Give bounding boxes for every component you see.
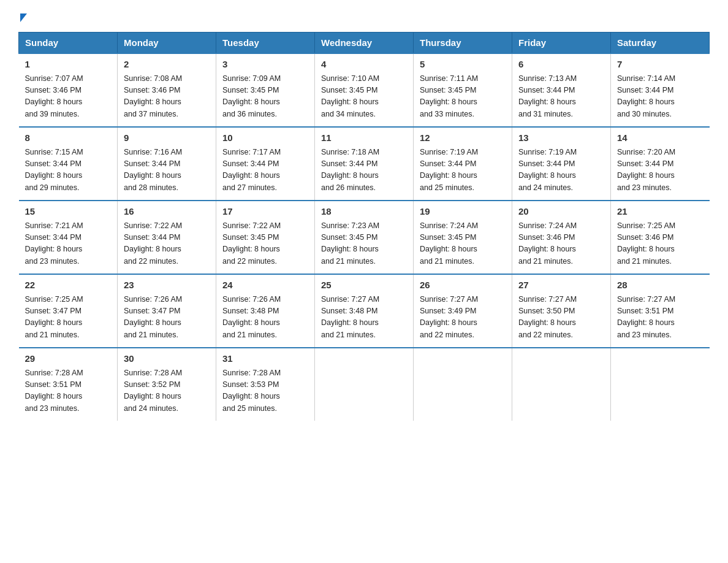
day-info: Sunrise: 7:23 AM Sunset: 3:45 PM Dayligh…	[321, 220, 407, 268]
day-number: 21	[617, 205, 703, 219]
day-number: 11	[321, 131, 407, 145]
table-row: 27 Sunrise: 7:27 AM Sunset: 3:50 PM Dayl…	[512, 274, 611, 348]
day-number: 22	[25, 278, 112, 293]
day-number: 18	[321, 205, 407, 219]
day-number: 23	[124, 278, 210, 293]
day-number: 1	[25, 58, 112, 72]
day-number: 10	[222, 131, 308, 145]
calendar-week-row: 29 Sunrise: 7:28 AM Sunset: 3:51 PM Dayl…	[19, 348, 710, 421]
day-number: 27	[518, 278, 604, 293]
table-row: 14 Sunrise: 7:20 AM Sunset: 3:44 PM Dayl…	[611, 127, 710, 201]
day-info: Sunrise: 7:11 AM Sunset: 3:45 PM Dayligh…	[420, 73, 506, 121]
table-row: 6 Sunrise: 7:13 AM Sunset: 3:44 PM Dayli…	[512, 53, 611, 127]
header-tuesday: Tuesday	[216, 33, 315, 54]
header-thursday: Thursday	[414, 33, 512, 54]
header-monday: Monday	[118, 33, 216, 54]
table-row: 16 Sunrise: 7:22 AM Sunset: 3:44 PM Dayl…	[118, 201, 216, 274]
table-row	[315, 348, 414, 421]
day-info: Sunrise: 7:15 AM Sunset: 3:44 PM Dayligh…	[25, 147, 112, 194]
page-header	[18, 12, 710, 21]
day-number: 29	[25, 352, 112, 366]
table-row: 26 Sunrise: 7:27 AM Sunset: 3:49 PM Dayl…	[414, 274, 512, 348]
day-number: 30	[124, 352, 210, 366]
header-sunday: Sunday	[19, 33, 118, 54]
day-info: Sunrise: 7:21 AM Sunset: 3:44 PM Dayligh…	[25, 220, 112, 268]
day-number: 4	[321, 58, 407, 72]
table-row	[611, 348, 710, 421]
table-row: 24 Sunrise: 7:26 AM Sunset: 3:48 PM Dayl…	[216, 274, 315, 348]
day-number: 3	[222, 58, 308, 72]
day-number: 7	[617, 58, 703, 72]
day-info: Sunrise: 7:13 AM Sunset: 3:44 PM Dayligh…	[518, 73, 604, 121]
day-number: 28	[617, 278, 703, 293]
day-info: Sunrise: 7:27 AM Sunset: 3:51 PM Dayligh…	[617, 294, 703, 342]
table-row: 18 Sunrise: 7:23 AM Sunset: 3:45 PM Dayl…	[315, 201, 414, 274]
day-info: Sunrise: 7:24 AM Sunset: 3:46 PM Dayligh…	[518, 220, 604, 268]
table-row: 12 Sunrise: 7:19 AM Sunset: 3:44 PM Dayl…	[414, 127, 512, 201]
day-info: Sunrise: 7:17 AM Sunset: 3:44 PM Dayligh…	[222, 147, 308, 194]
day-info: Sunrise: 7:28 AM Sunset: 3:52 PM Dayligh…	[124, 367, 210, 415]
day-info: Sunrise: 7:14 AM Sunset: 3:44 PM Dayligh…	[617, 73, 703, 121]
day-info: Sunrise: 7:28 AM Sunset: 3:53 PM Dayligh…	[222, 367, 308, 415]
day-number: 8	[25, 131, 112, 145]
day-info: Sunrise: 7:08 AM Sunset: 3:46 PM Dayligh…	[124, 73, 210, 121]
day-number: 24	[222, 278, 308, 293]
day-info: Sunrise: 7:20 AM Sunset: 3:44 PM Dayligh…	[617, 147, 703, 194]
table-row: 30 Sunrise: 7:28 AM Sunset: 3:52 PM Dayl…	[118, 348, 216, 421]
day-info: Sunrise: 7:18 AM Sunset: 3:44 PM Dayligh…	[321, 147, 407, 194]
calendar-week-row: 1 Sunrise: 7:07 AM Sunset: 3:46 PM Dayli…	[19, 53, 710, 127]
table-row: 3 Sunrise: 7:09 AM Sunset: 3:45 PM Dayli…	[216, 53, 315, 127]
table-row: 2 Sunrise: 7:08 AM Sunset: 3:46 PM Dayli…	[118, 53, 216, 127]
day-info: Sunrise: 7:07 AM Sunset: 3:46 PM Dayligh…	[25, 73, 112, 121]
calendar-week-row: 15 Sunrise: 7:21 AM Sunset: 3:44 PM Dayl…	[19, 201, 710, 274]
calendar-week-row: 8 Sunrise: 7:15 AM Sunset: 3:44 PM Dayli…	[19, 127, 710, 201]
table-row: 1 Sunrise: 7:07 AM Sunset: 3:46 PM Dayli…	[19, 53, 118, 127]
table-row: 21 Sunrise: 7:25 AM Sunset: 3:46 PM Dayl…	[611, 201, 710, 274]
table-row: 20 Sunrise: 7:24 AM Sunset: 3:46 PM Dayl…	[512, 201, 611, 274]
day-number: 25	[321, 278, 407, 293]
day-info: Sunrise: 7:22 AM Sunset: 3:45 PM Dayligh…	[222, 220, 308, 268]
day-info: Sunrise: 7:27 AM Sunset: 3:48 PM Dayligh…	[321, 294, 407, 342]
table-row: 17 Sunrise: 7:22 AM Sunset: 3:45 PM Dayl…	[216, 201, 315, 274]
day-number: 5	[420, 58, 506, 72]
day-info: Sunrise: 7:19 AM Sunset: 3:44 PM Dayligh…	[420, 147, 506, 194]
day-number: 12	[420, 131, 506, 145]
calendar-table: Sunday Monday Tuesday Wednesday Thursday…	[18, 32, 710, 421]
day-number: 16	[124, 205, 210, 219]
day-number: 15	[25, 205, 112, 219]
table-row: 7 Sunrise: 7:14 AM Sunset: 3:44 PM Dayli…	[611, 53, 710, 127]
table-row: 15 Sunrise: 7:21 AM Sunset: 3:44 PM Dayl…	[19, 201, 118, 274]
day-info: Sunrise: 7:27 AM Sunset: 3:49 PM Dayligh…	[420, 294, 506, 342]
logo-arrow-icon	[20, 13, 27, 22]
table-row: 10 Sunrise: 7:17 AM Sunset: 3:44 PM Dayl…	[216, 127, 315, 201]
table-row: 9 Sunrise: 7:16 AM Sunset: 3:44 PM Dayli…	[118, 127, 216, 201]
table-row: 5 Sunrise: 7:11 AM Sunset: 3:45 PM Dayli…	[414, 53, 512, 127]
calendar-week-row: 22 Sunrise: 7:25 AM Sunset: 3:47 PM Dayl…	[19, 274, 710, 348]
table-row: 11 Sunrise: 7:18 AM Sunset: 3:44 PM Dayl…	[315, 127, 414, 201]
header-saturday: Saturday	[611, 33, 710, 54]
day-info: Sunrise: 7:16 AM Sunset: 3:44 PM Dayligh…	[124, 147, 210, 194]
day-number: 19	[420, 205, 506, 219]
header-wednesday: Wednesday	[315, 33, 414, 54]
table-row: 13 Sunrise: 7:19 AM Sunset: 3:44 PM Dayl…	[512, 127, 611, 201]
header-friday: Friday	[512, 33, 611, 54]
table-row: 19 Sunrise: 7:24 AM Sunset: 3:45 PM Dayl…	[414, 201, 512, 274]
day-info: Sunrise: 7:09 AM Sunset: 3:45 PM Dayligh…	[222, 73, 308, 121]
day-number: 9	[124, 131, 210, 145]
day-info: Sunrise: 7:24 AM Sunset: 3:45 PM Dayligh…	[420, 220, 506, 268]
day-info: Sunrise: 7:10 AM Sunset: 3:45 PM Dayligh…	[321, 73, 407, 121]
table-row	[512, 348, 611, 421]
day-number: 31	[222, 352, 308, 366]
day-number: 14	[617, 131, 703, 145]
day-info: Sunrise: 7:27 AM Sunset: 3:50 PM Dayligh…	[518, 294, 604, 342]
table-row: 8 Sunrise: 7:15 AM Sunset: 3:44 PM Dayli…	[19, 127, 118, 201]
day-number: 26	[420, 278, 506, 293]
weekday-header-row: Sunday Monday Tuesday Wednesday Thursday…	[19, 33, 710, 54]
table-row	[414, 348, 512, 421]
table-row: 25 Sunrise: 7:27 AM Sunset: 3:48 PM Dayl…	[315, 274, 414, 348]
day-info: Sunrise: 7:25 AM Sunset: 3:46 PM Dayligh…	[617, 220, 703, 268]
table-row: 23 Sunrise: 7:26 AM Sunset: 3:47 PM Dayl…	[118, 274, 216, 348]
day-number: 6	[518, 58, 604, 72]
day-number: 17	[222, 205, 308, 219]
table-row: 4 Sunrise: 7:10 AM Sunset: 3:45 PM Dayli…	[315, 53, 414, 127]
